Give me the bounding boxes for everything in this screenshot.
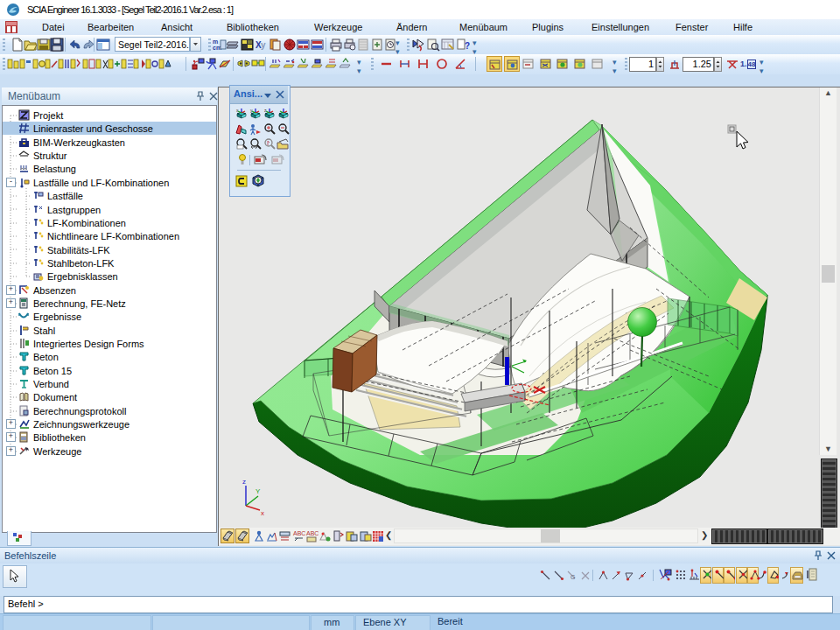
svg-text:z: z — [242, 478, 246, 486]
svg-text:G: G — [570, 574, 575, 580]
svg-text:ABC: ABC — [293, 530, 305, 536]
svg-text:ABC: ABC — [306, 530, 318, 536]
svg-text:x: x — [261, 509, 264, 517]
svg-text:z: z — [264, 108, 267, 113]
svg-text:x: x — [236, 108, 239, 113]
svg-text:y: y — [261, 40, 266, 50]
svg-text:Y: Y — [256, 487, 261, 495]
svg-text:m: m — [213, 38, 218, 45]
svg-text:?: ? — [465, 41, 470, 51]
svg-text:y: y — [250, 108, 253, 113]
